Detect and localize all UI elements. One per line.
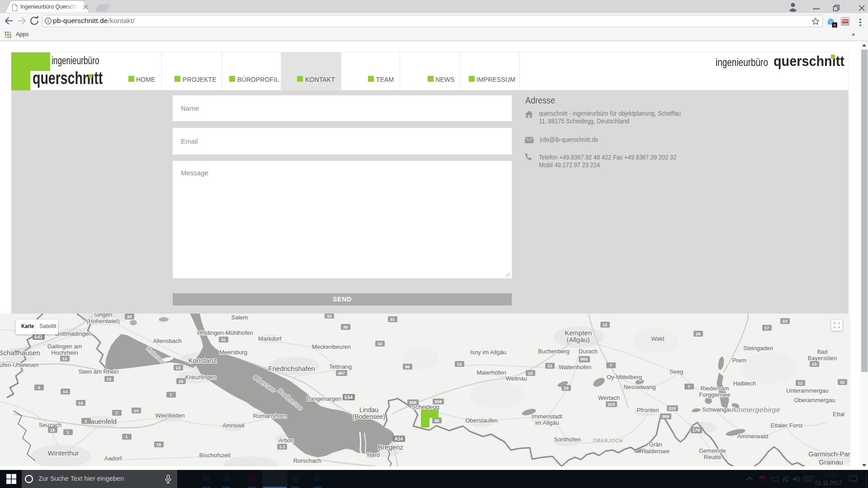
svg-text:17: 17 <box>764 325 769 330</box>
svg-text:12: 12 <box>547 363 552 368</box>
svg-text:1: 1 <box>125 434 128 439</box>
svg-text:OBERJOCH: OBERJOCH <box>593 438 623 443</box>
svg-text:31: 31 <box>221 337 226 342</box>
svg-text:32: 32 <box>840 380 845 385</box>
svg-text:Salem: Salem <box>231 314 248 321</box>
svg-text:Arbon: Arbon <box>278 437 294 444</box>
svg-text:16: 16 <box>179 379 184 384</box>
svg-text:Prem: Prem <box>732 357 746 364</box>
svg-text:Waltenhofen: Waltenhofen <box>559 364 592 371</box>
svg-text:Bayersöien: Bayersöien <box>807 355 837 361</box>
svg-text:30: 30 <box>343 324 348 329</box>
svg-text:7: 7 <box>115 410 118 415</box>
svg-text:Pfronten: Pfronten <box>637 407 659 413</box>
svg-text:Ettal: Ettal <box>833 411 844 418</box>
svg-text:Halblech: Halblech <box>733 380 756 387</box>
svg-text:(Bodensee): (Bodensee) <box>353 413 385 420</box>
svg-text:980: 980 <box>580 357 588 361</box>
svg-text:Langenargen: Langenargen <box>307 395 342 402</box>
svg-text:7: 7 <box>170 392 172 397</box>
svg-text:13: 13 <box>176 365 181 370</box>
svg-text:Romanshorn: Romanshorn <box>253 413 287 419</box>
svg-text:308: 308 <box>409 400 416 405</box>
svg-text:Bregenz: Bregenz <box>378 443 403 451</box>
svg-text:Bischofszell: Bischofszell <box>199 452 231 459</box>
svg-text:13: 13 <box>62 356 67 361</box>
svg-text:31: 31 <box>390 317 395 322</box>
svg-text:33: 33 <box>127 314 132 319</box>
svg-text:Laufen-Uhwiesen: Laufen-Uhwiesen <box>0 361 39 368</box>
svg-text:Gailingen am: Gailingen am <box>47 343 82 350</box>
svg-text:96: 96 <box>405 364 410 369</box>
svg-text:(Allgäu): (Allgäu) <box>566 336 590 343</box>
svg-text:im Allgäu: im Allgäu <box>535 419 559 426</box>
svg-text:Ammergebirge: Ammergebirge <box>731 406 780 413</box>
svg-text:Reutte: Reutte <box>704 454 721 460</box>
svg-text:Hochrhein: Hochrhein <box>51 349 78 356</box>
svg-text:Weinfelden: Weinfelden <box>156 412 185 419</box>
svg-text:12: 12 <box>798 380 803 385</box>
svg-text:Maierhöfen: Maierhöfen <box>476 369 506 376</box>
svg-text:Gemeinde: Gemeinde <box>699 447 726 454</box>
svg-text:1: 1 <box>66 430 69 435</box>
svg-text:16: 16 <box>156 442 161 447</box>
svg-text:33: 33 <box>327 314 332 319</box>
svg-text:Hard: Hard <box>367 451 380 458</box>
svg-text:Gottmadingen: Gottmadingen <box>55 330 92 337</box>
svg-text:Lindau: Lindau <box>359 406 378 413</box>
svg-text:12: 12 <box>457 361 462 366</box>
svg-text:Kreuzlingen: Kreuzlingen <box>185 374 217 380</box>
svg-text:12: 12 <box>528 371 533 375</box>
svg-text:0: 0 <box>834 23 836 28</box>
svg-text:13: 13 <box>107 376 112 381</box>
svg-text:Nesselwang: Nesselwang <box>624 384 656 390</box>
svg-text:16: 16 <box>696 331 701 336</box>
svg-text:4: 4 <box>38 385 40 390</box>
svg-text:Meersburg: Meersburg <box>219 349 247 356</box>
svg-text:14: 14 <box>78 400 83 405</box>
svg-text:Forggensee: Forggensee <box>699 391 730 398</box>
svg-text:E54: E54 <box>344 395 353 400</box>
svg-text:Weitnau: Weitnau <box>505 375 527 382</box>
svg-text:Oberstaufen: Oberstaufen <box>465 417 498 424</box>
svg-text:Konstanz: Konstanz <box>189 357 217 364</box>
svg-text:Stein am Rhein: Stein am Rhein <box>79 368 119 375</box>
svg-text:1.1: 1.1 <box>279 444 285 449</box>
svg-text:Oberammergau: Oberammergau <box>794 397 835 404</box>
svg-text:(Hohentwiel): (Hohentwiel) <box>87 318 120 324</box>
svg-text:Allensbach: Allensbach <box>153 338 182 344</box>
svg-text:Markdorf: Markdorf <box>258 335 282 342</box>
svg-text:179: 179 <box>693 427 700 432</box>
svg-text:Unterammergau: Unterammergau <box>786 387 829 394</box>
svg-text:Garmisch-Parten: Garmisch-Parten <box>808 450 850 458</box>
svg-text:14: 14 <box>63 389 68 394</box>
svg-text:Ettaler Forst: Ettaler Forst <box>771 422 803 429</box>
svg-text:Tettnang: Tettnang <box>329 363 352 370</box>
svg-text:Uhldingen-Mühlhofen: Uhldingen-Mühlhofen <box>197 329 253 336</box>
svg-text:Winterthur: Winterthur <box>47 449 79 457</box>
svg-text:1: 1 <box>85 418 87 423</box>
svg-text:310: 310 <box>669 406 676 411</box>
svg-text:96: 96 <box>434 418 439 423</box>
svg-text:14: 14 <box>134 408 139 413</box>
svg-text:12: 12 <box>603 322 608 327</box>
svg-text:Isny im Allgäu: Isny im Allgäu <box>470 349 506 356</box>
svg-text:Friedrichshafen: Friedrichshafen <box>268 365 315 372</box>
svg-text:Oy-Mittelberg: Oy-Mittelberg <box>607 374 642 380</box>
svg-text:Immenstadt: Immenstadt <box>532 413 562 420</box>
svg-text:Rorschach: Rorschach <box>293 457 321 464</box>
svg-text:PDF: PDF <box>842 19 848 23</box>
svg-text:Steingaden: Steingaden <box>743 345 773 352</box>
svg-text:Bad: Bad <box>817 348 827 355</box>
svg-text:Wald: Wald <box>651 335 664 342</box>
svg-text:Rieden am: Rieden am <box>701 385 729 392</box>
svg-text:Meckenbeuren: Meckenbeuren <box>312 343 351 350</box>
svg-text:32: 32 <box>377 341 382 346</box>
svg-text:A14: A14 <box>395 436 403 441</box>
svg-text:467: 467 <box>338 371 345 375</box>
svg-text:23: 23 <box>783 319 788 324</box>
svg-text:308: 308 <box>434 399 442 404</box>
svg-text:15: 15 <box>50 427 55 432</box>
svg-text:Buchenberg: Buchenberg <box>538 348 570 355</box>
svg-text:Amriswil: Amriswil <box>222 422 244 429</box>
